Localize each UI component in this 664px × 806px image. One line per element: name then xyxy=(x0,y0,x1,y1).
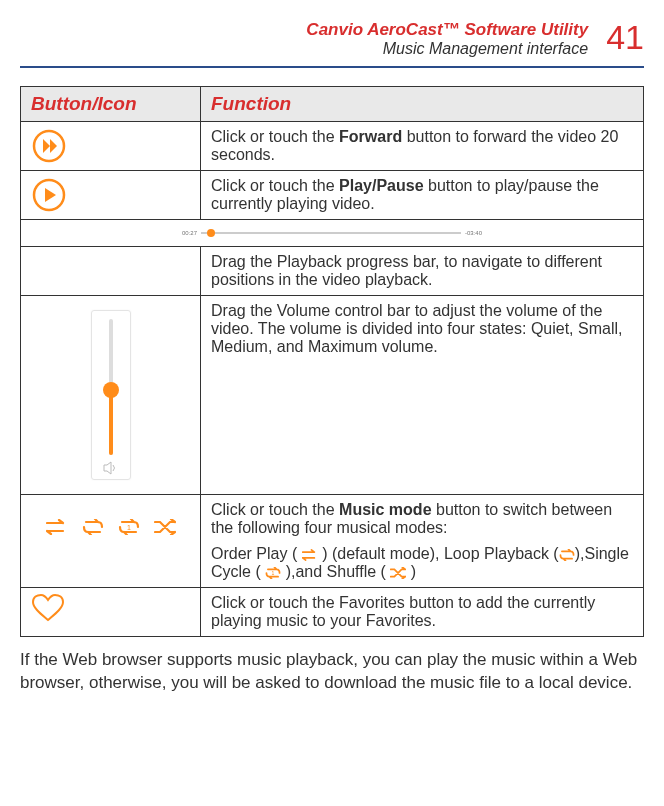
volume-control[interactable] xyxy=(91,310,131,480)
cell-forward-text: Click or touch the Forward button to for… xyxy=(201,122,644,171)
playback-progress-bar[interactable]: 00:27 -03:40 xyxy=(21,220,643,246)
header-function: Function xyxy=(201,87,644,122)
table-row: Drag the Playback progress bar, to navig… xyxy=(21,247,644,296)
footer-paragraph: If the Web browser supports music playba… xyxy=(20,649,644,695)
table-row: Drag the Volume control bar to adjust th… xyxy=(21,296,644,495)
cell-favorites-icon xyxy=(21,588,201,637)
time-elapsed: 00:27 xyxy=(182,230,197,236)
single-cycle-icon: 1 xyxy=(118,519,140,535)
text-bold: Forward xyxy=(339,128,402,145)
volume-fill xyxy=(109,390,113,455)
cell-modes-text: Click or touch the Music mode button to … xyxy=(201,495,644,588)
cell-play-icon xyxy=(21,171,201,220)
table-row: Click or touch the Forward button to for… xyxy=(21,122,644,171)
reference-table: Button/Icon Function Click or touch the … xyxy=(20,86,644,637)
forward-icon xyxy=(31,128,67,164)
loop-playback-icon xyxy=(82,519,104,535)
cell-modes-icons: 1 xyxy=(21,495,201,588)
volume-knob[interactable] xyxy=(103,382,119,398)
speaker-icon xyxy=(103,461,119,475)
time-remaining: -03:40 xyxy=(465,230,482,236)
cell-favorites-text: Click or touch the Favorites button to a… xyxy=(201,588,644,637)
shuffle-icon xyxy=(154,519,176,535)
product-title: Canvio AeroCast™ Software Utility xyxy=(306,20,588,40)
order-play-icon xyxy=(46,519,68,535)
loop-playback-icon xyxy=(559,545,575,562)
cell-progress-widget: 00:27 -03:40 xyxy=(21,220,644,247)
page-subtitle: Music Management interface xyxy=(306,40,588,58)
text: Click or touch the xyxy=(211,177,339,194)
text: ) xyxy=(406,563,416,580)
header-text: Canvio AeroCast™ Software Utility Music … xyxy=(306,20,588,58)
progress-track[interactable] xyxy=(201,232,461,234)
heart-icon xyxy=(31,594,65,622)
text: Click or touch the xyxy=(211,501,339,518)
play-pause-icon xyxy=(31,177,67,213)
svg-text:1: 1 xyxy=(127,524,131,531)
table-row: Click or touch the Play/Pause button to … xyxy=(21,171,644,220)
cell-volume-widget xyxy=(21,296,201,495)
table-row: 00:27 -03:40 xyxy=(21,220,644,247)
page-number: 41 xyxy=(606,20,644,54)
table-row: 1 Click or touch the Music mode button t… xyxy=(21,495,644,588)
header-button-icon: Button/Icon xyxy=(21,87,201,122)
text: Click or touch the xyxy=(211,128,339,145)
svg-text:1: 1 xyxy=(272,570,275,576)
cell-progress-text: Drag the Playback progress bar, to navig… xyxy=(201,247,644,296)
table-row: Click or touch the Favorites button to a… xyxy=(21,588,644,637)
cell-forward-icon xyxy=(21,122,201,171)
table-header-row: Button/Icon Function xyxy=(21,87,644,122)
text: ) (default mode), Loop Playback ( xyxy=(318,545,559,562)
progress-knob[interactable] xyxy=(207,229,215,237)
cell-volume-text: Drag the Volume control bar to adjust th… xyxy=(201,296,644,495)
text: Order Play ( xyxy=(211,545,302,562)
volume-track[interactable] xyxy=(109,319,113,455)
text-bold: Music mode xyxy=(339,501,431,518)
page-header: Canvio AeroCast™ Software Utility Music … xyxy=(20,20,644,68)
music-mode-icons: 1 xyxy=(31,501,190,553)
order-play-icon xyxy=(302,545,318,562)
text-bold: Play/Pause xyxy=(339,177,424,194)
shuffle-icon xyxy=(390,563,406,580)
single-cycle-icon: 1 xyxy=(265,563,281,580)
text: ),and Shuffle ( xyxy=(281,563,390,580)
cell-play-text: Click or touch the Play/Pause button to … xyxy=(201,171,644,220)
cell-progress-empty xyxy=(21,247,201,296)
